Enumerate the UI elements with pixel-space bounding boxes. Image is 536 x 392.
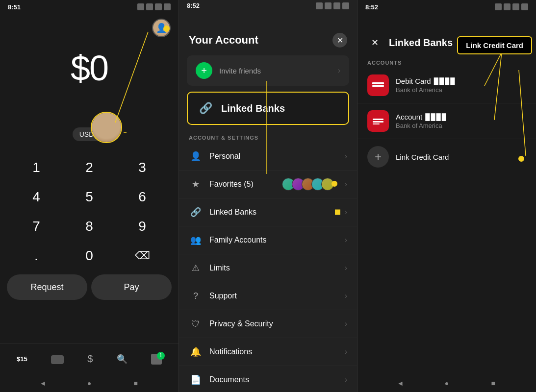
mini-avatar-5	[321, 178, 334, 191]
search-icon: 🔍	[117, 354, 128, 365]
balance-nav-label: $15	[17, 355, 27, 363]
status-icons-p3	[495, 3, 528, 10]
home-system-btn-p1[interactable]: ●	[84, 378, 94, 388]
status-icon-1	[137, 3, 144, 10]
status-bar-p2: 8:52	[179, 0, 357, 11]
plus-circle-icon: +	[367, 146, 389, 168]
status-time-p3: 8:52	[365, 3, 378, 11]
key-4[interactable]: 4	[10, 182, 63, 212]
nav-dollar[interactable]: $	[87, 353, 93, 365]
arrow-icon-privacy: ›	[345, 319, 347, 328]
request-button[interactable]: Request	[7, 274, 87, 300]
key-9[interactable]: 9	[116, 212, 169, 241]
pay-button[interactable]: Pay	[91, 274, 172, 300]
status-icon-p2-1	[316, 2, 323, 9]
svg-rect-5	[372, 85, 384, 87]
menu-item-favorites[interactable]: ★ Favorites (5) ›	[179, 171, 357, 198]
key-5[interactable]: 5	[63, 182, 116, 212]
svg-rect-4	[372, 82, 384, 84]
key-dot[interactable]: .	[10, 241, 63, 270]
menu-label-support: Support	[209, 292, 338, 300]
nav-card[interactable]	[51, 354, 64, 364]
avatar-top-right[interactable]: 👤	[152, 19, 171, 37]
action-buttons: Request Pay	[0, 274, 179, 300]
key-0[interactable]: 0	[63, 241, 116, 270]
svg-rect-7	[373, 121, 383, 122]
favorites-avatars	[282, 178, 334, 191]
recent-system-btn-p1[interactable]: ■	[131, 378, 141, 388]
arrow-icon-documents: ›	[345, 375, 347, 384]
key-backspace[interactable]: ⌫	[116, 241, 169, 270]
status-time-p1: 8:51	[8, 3, 21, 11]
account-bank: Bank of America	[396, 122, 526, 129]
status-icon-p3-1	[495, 3, 502, 10]
key-2[interactable]: 2	[63, 153, 116, 182]
star-icon: ★	[189, 177, 203, 191]
invite-arrow-icon: ›	[338, 66, 340, 75]
status-icon-p3-4	[521, 3, 528, 10]
link-icon: 🔗	[189, 205, 203, 219]
bank-of-america-debit-icon	[367, 74, 389, 96]
annotation-dot-linked-banks	[335, 210, 340, 215]
key-1[interactable]: 1	[10, 153, 63, 182]
close-button[interactable]: ✕	[332, 33, 347, 48]
linked-banks-link-icon: 🔗	[197, 99, 214, 117]
status-bar-p3: 8:52	[357, 0, 536, 14]
menu-label-notifications: Notifications	[209, 347, 338, 356]
link-credit-card-label: Link Credit Card	[396, 153, 449, 161]
status-time-p2: 8:52	[187, 2, 200, 9]
support-icon: ?	[189, 289, 203, 303]
debit-card-bank: Bank of America	[396, 86, 526, 94]
menu-item-personal[interactable]: 👤 Personal ›	[179, 143, 357, 171]
arrow-icon-notifications: ›	[345, 347, 347, 356]
back-system-btn-p1[interactable]: ◄	[38, 378, 48, 388]
avatar-circle[interactable]	[91, 112, 122, 143]
menu-item-privacy[interactable]: 🛡 Privacy & Security ›	[179, 310, 357, 338]
home-system-btn-p3[interactable]: ●	[442, 378, 452, 388]
numpad: 1 2 3 4 5 6 7 8 9 . 0 ⌫	[0, 153, 179, 270]
link-credit-card-item[interactable]: + Link Credit Card	[357, 139, 536, 174]
menu-item-family-accounts[interactable]: 👥 Family Accounts ›	[179, 226, 357, 254]
shield-icon: 🛡	[189, 317, 203, 331]
key-7[interactable]: 7	[10, 212, 63, 241]
menu-item-notifications[interactable]: 🔔 Notifications ›	[179, 338, 357, 366]
recent-system-btn-p3[interactable]: ■	[488, 378, 498, 388]
menu-item-linked-banks[interactable]: 🔗 Linked Banks ›	[179, 198, 357, 226]
menu-item-support[interactable]: ? Support ›	[179, 282, 357, 310]
key-3[interactable]: 3	[116, 153, 169, 182]
limits-icon: ⚠	[189, 261, 203, 275]
close-linked-banks-button[interactable]: ✕	[367, 35, 382, 50]
accounts-section-label: ACCOUNTS	[357, 56, 536, 68]
menu-label-privacy: Privacy & Security	[209, 319, 338, 328]
debit-card-name: Debit Card ████	[396, 77, 526, 85]
spacer	[357, 174, 536, 374]
account-item[interactable]: Account ████ Bank of America	[357, 103, 536, 139]
linked-banks-highlight[interactable]: 🔗 Linked Banks	[187, 92, 349, 125]
family-icon: 👥	[189, 233, 203, 247]
bank-of-america-account-icon	[367, 110, 389, 132]
nav-balance[interactable]: $15	[17, 355, 27, 363]
nav-search[interactable]: 🔍	[117, 354, 128, 365]
activity-badge: 1	[157, 352, 165, 360]
docs-icon: 📄	[189, 373, 203, 387]
key-8[interactable]: 8	[63, 212, 116, 241]
arrow-icon-linked-banks: ›	[345, 208, 347, 217]
status-icon-2	[146, 3, 153, 10]
menu-item-documents[interactable]: 📄 Documents ›	[179, 366, 357, 392]
invite-friends-row[interactable]: + Invite friends ›	[187, 55, 349, 86]
avatar-face-top: 👤	[153, 20, 170, 36]
avatar-circle-face	[92, 113, 121, 142]
nav-activity[interactable]: 1	[151, 354, 162, 365]
invite-friends-label: Invite friends	[219, 67, 261, 75]
back-system-btn-p3[interactable]: ◄	[395, 378, 405, 388]
status-icon-p2-3	[333, 2, 340, 9]
menu-label-favorites: Favorites (5)	[209, 180, 275, 189]
arrow-icon-favorites: ›	[345, 180, 347, 189]
dollar-icon: $	[87, 353, 93, 365]
account-name: Account ████	[396, 113, 526, 121]
key-6[interactable]: 6	[116, 182, 169, 212]
debit-card-item[interactable]: Debit Card ████ Bank of America	[357, 68, 536, 103]
linked-banks-label: Linked Banks	[221, 103, 285, 114]
menu-item-limits[interactable]: ⚠ Limits ›	[179, 254, 357, 282]
arrow-icon-family: ›	[345, 236, 347, 245]
